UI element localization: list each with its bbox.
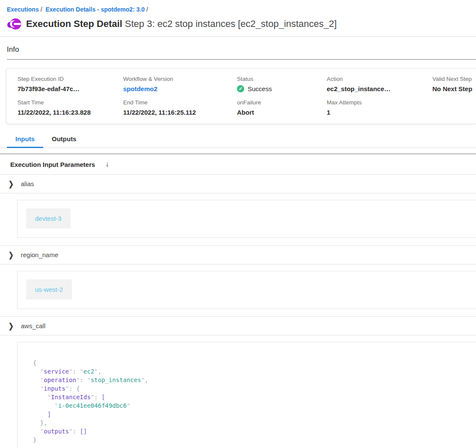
field-label: Valid Next Step <box>432 76 476 82</box>
section-header-aws-call[interactable]: ❯ aws_call <box>0 317 476 335</box>
field-value: No Next Step <box>432 85 476 92</box>
json-code-block: { "service": "ec2", "operation": "stop_i… <box>33 359 476 444</box>
field-onfailure: onFailure Abort <box>237 99 327 116</box>
workflow-link[interactable]: spotdemo2 <box>123 85 237 92</box>
section-label: aws_call <box>21 322 46 329</box>
breadcrumb-link-execution-details[interactable]: Execution Details - spotdemo2: 3.0 <box>45 6 145 13</box>
field-label: End Time <box>123 99 237 106</box>
field-end-time: End Time 11/22/2022, 11:16:25.112 <box>123 99 237 116</box>
field-label: Workflow & Version <box>123 76 237 82</box>
chevron-right-icon[interactable]: ❯ <box>9 322 14 330</box>
field-value: 11/22/2022, 11:16:25.112 <box>123 109 237 116</box>
field-label: Status <box>237 76 327 82</box>
info-heading: Info <box>0 37 476 59</box>
page-header: Execution Step Detail Step 3: ec2 stop i… <box>0 13 476 37</box>
value-chip-alias: devtest-3 <box>26 208 71 228</box>
field-value: 1 <box>327 109 432 116</box>
check-circle-icon: ✓ <box>237 85 244 92</box>
tab-inputs[interactable]: Inputs <box>7 133 43 148</box>
field-value: 11/22/2022, 11:16:23.828 <box>18 109 123 116</box>
value-chip-region-name: us-west-2 <box>26 279 72 300</box>
breadcrumb-separator: / <box>39 6 44 13</box>
field-value: Abort <box>237 109 327 116</box>
section-label: region_name <box>21 251 59 258</box>
field-status: Status ✓ Success <box>237 76 327 92</box>
section-body-alias: devtest-3 <box>0 193 476 246</box>
field-max-attempts: Max Attempts 1 <box>327 99 432 116</box>
arrow-down-icon[interactable]: ↓ <box>105 160 109 169</box>
field-label: Step Execution ID <box>18 76 123 82</box>
section-body-aws-call: { "service": "ec2", "operation": "stop_i… <box>0 335 476 448</box>
tab-bar: Inputs Outputs <box>0 133 476 148</box>
value-panel: devtest-3 <box>17 200 476 238</box>
info-divider <box>7 59 476 60</box>
info-card: Step Execution ID 7b73f93e-edaf-47c… Wor… <box>6 68 476 124</box>
field-action: Action ec2_stop_instance… <box>327 76 432 92</box>
chevron-right-icon[interactable]: ❯ <box>9 180 14 188</box>
field-label: onFailure <box>237 99 327 106</box>
params-title: Execution Input Parameters <box>10 161 95 168</box>
breadcrumb-separator: / <box>145 6 150 13</box>
field-start-time: Start Time 11/22/2022, 11:16:23.828 <box>18 99 123 116</box>
params-header: Execution Input Parameters ↓ <box>0 154 476 175</box>
page-title: Execution Step Detail Step 3: ec2 stop i… <box>26 18 337 30</box>
status-badge: ✓ Success <box>237 85 327 92</box>
field-value: 7b73f93e-edaf-47c… <box>18 85 123 92</box>
field-valid-next-step: Valid Next Step No Next Step <box>432 76 476 92</box>
section-label: alias <box>21 180 34 187</box>
field-value: ec2_stop_instance… <box>327 85 432 92</box>
page-title-sub: Step 3: ec2 stop instances [ec2_stop_ins… <box>125 18 337 29</box>
breadcrumb-link-executions[interactable]: Executions <box>7 6 39 13</box>
field-step-execution-id: Step Execution ID 7b73f93e-edaf-47c… <box>18 76 123 92</box>
field-label: Max Attempts <box>327 99 432 106</box>
chevron-right-icon[interactable]: ❯ <box>9 251 14 259</box>
page-title-main: Execution Step Detail <box>26 18 122 29</box>
tab-outputs[interactable]: Outputs <box>43 133 85 148</box>
field-label: Start Time <box>18 99 123 106</box>
field-workflow-version: Workflow & Version spotdemo2 <box>123 76 237 92</box>
breadcrumb: Executions/ Execution Details - spotdemo… <box>0 0 476 13</box>
section-header-alias[interactable]: ❯ alias <box>0 175 476 193</box>
workflow-brand-icon <box>7 18 21 30</box>
field-label: Action <box>327 76 432 82</box>
section-body-region-name: us-west-2 <box>0 264 476 317</box>
value-panel: us-west-2 <box>17 271 476 309</box>
section-header-region-name[interactable]: ❯ region_name <box>0 246 476 264</box>
status-text: Success <box>248 85 272 92</box>
code-panel: { "service": "ec2", "operation": "stop_i… <box>17 342 476 448</box>
